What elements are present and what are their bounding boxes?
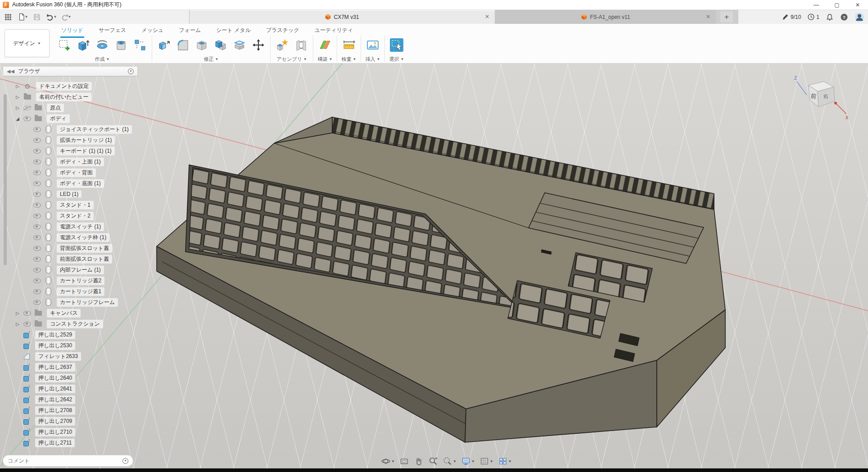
browser-row[interactable]: スタンド・2: [3, 210, 138, 221]
browser-row[interactable]: 押し出し2641: [3, 383, 138, 394]
browser-item-label[interactable]: ボディ・底面 (1): [57, 179, 104, 188]
extrude-button[interactable]: [74, 35, 93, 55]
collapse-arrow-icon[interactable]: ◢: [16, 116, 19, 121]
new-component-button[interactable]: [273, 35, 292, 55]
comment-submit-icon[interactable]: [122, 458, 128, 464]
browser-row[interactable]: フィレット2633: [3, 351, 138, 362]
visibility-on-icon[interactable]: [33, 181, 41, 186]
visibility-on-icon[interactable]: [33, 149, 41, 154]
browser-row[interactable]: ▷名前の付いたビュー: [3, 91, 138, 102]
browser-row[interactable]: 押し出し2642: [3, 394, 138, 405]
browser-item-label[interactable]: スタンド・2: [57, 212, 94, 220]
browser-item-label[interactable]: ボディ: [47, 114, 70, 123]
browser-row[interactable]: 電源スイッチ (1): [3, 221, 138, 232]
account-avatar[interactable]: [854, 12, 864, 22]
browser-row[interactable]: カートリッジ蓋2: [3, 275, 138, 286]
visibility-on-icon[interactable]: [33, 213, 41, 218]
browser-item-label[interactable]: 押し出し2641: [35, 385, 75, 393]
browser-item-label[interactable]: 背面拡張スロット蓋: [57, 244, 112, 253]
document-tab-inactive[interactable]: FS-A1_open v11 ✕: [496, 10, 716, 24]
browser-row[interactable]: 電源スイッチ枠 (1): [3, 232, 138, 243]
group-label-construct[interactable]: 構築▼: [318, 55, 333, 63]
browser-row[interactable]: 押し出し2530: [3, 340, 138, 351]
browser-item-label[interactable]: 電源スイッチ枠 (1): [57, 233, 109, 242]
app-grid-button[interactable]: [2, 11, 14, 23]
group-label-create[interactable]: 作成▼: [95, 55, 110, 63]
visibility-on-icon[interactable]: [33, 192, 41, 197]
group-label-modify[interactable]: 修正▼: [204, 55, 219, 63]
browser-row[interactable]: カートリッジ蓋1: [3, 286, 138, 297]
hole-button[interactable]: [112, 35, 131, 55]
visibility-on-icon[interactable]: [23, 311, 31, 316]
browser-row[interactable]: 押し出し2710: [3, 427, 138, 437]
browser-row[interactable]: 押し出し2709: [3, 416, 138, 427]
comment-input[interactable]: [8, 458, 122, 464]
pattern-button[interactable]: [131, 35, 149, 55]
browser-row[interactable]: 押し出し2708: [3, 405, 138, 416]
browser-item-label[interactable]: フィレット2633: [35, 352, 81, 361]
expand-arrow-icon[interactable]: ▷: [16, 311, 19, 316]
visibility-on-icon[interactable]: [33, 278, 41, 283]
browser-item-label[interactable]: 電源スイッチ (1): [57, 222, 104, 231]
browser-item-label[interactable]: ボディ・上面 (1): [57, 158, 104, 166]
browser-row[interactable]: ▷キャンバス: [3, 308, 138, 318]
visibility-on-icon[interactable]: [33, 159, 41, 164]
visibility-on-icon[interactable]: [33, 138, 41, 143]
browser-item-label[interactable]: 押し出し2640: [35, 374, 75, 382]
expand-arrow-icon[interactable]: ▷: [16, 84, 19, 89]
gridset-button[interactable]: ▼: [478, 455, 495, 467]
browser-row[interactable]: キーボード (1) (1) (1): [3, 145, 138, 156]
browser-row[interactable]: 内部フレーム (1): [3, 264, 138, 275]
job-status-button[interactable]: 1: [807, 13, 819, 21]
expand-arrow-icon[interactable]: ▷: [16, 105, 19, 110]
browser-row[interactable]: ジョイスティックポート (1): [3, 124, 138, 135]
browser-row[interactable]: ボディ・底面 (1): [3, 178, 138, 189]
browser-row[interactable]: 押し出し2640: [3, 372, 138, 383]
browser-row[interactable]: 押し出し2711: [3, 437, 138, 448]
close-button[interactable]: ✕: [847, 0, 868, 10]
view-cube[interactable]: Z 前 右 X: [789, 73, 852, 122]
browser-item-label[interactable]: 内部フレーム (1): [57, 266, 104, 274]
press-pull-button[interactable]: [154, 35, 173, 55]
group-label-insert[interactable]: 挿入▼: [366, 55, 380, 63]
visibility-off-icon[interactable]: [23, 105, 31, 110]
visibility-on-icon[interactable]: [33, 235, 41, 240]
visibility-on-icon[interactable]: [23, 116, 31, 121]
browser-item-label[interactable]: 押し出し2710: [35, 428, 75, 436]
browser-header[interactable]: ◀◀ ブラウザ: [3, 66, 138, 76]
maximize-button[interactable]: ▢: [827, 0, 847, 10]
group-label-select[interactable]: 選択▼: [389, 55, 404, 63]
browser-item-label[interactable]: 押し出し2529: [35, 331, 75, 339]
browser-item-label[interactable]: 押し出し2642: [35, 395, 75, 404]
revolve-button[interactable]: [93, 35, 112, 55]
browser-row[interactable]: ボディ・上面 (1): [3, 156, 138, 167]
visibility-on-icon[interactable]: [33, 170, 41, 175]
browser-item-label[interactable]: 押し出し2708: [35, 406, 75, 415]
browser-item-label[interactable]: 押し出し2711: [35, 439, 75, 447]
browser-row[interactable]: ▷⚙ドキュメントの設定: [3, 81, 138, 91]
collapse-panel-icon[interactable]: ◀◀: [7, 68, 14, 74]
help-button[interactable]: [840, 13, 848, 21]
undo-button[interactable]: ▼: [45, 11, 58, 23]
fillet-button[interactable]: [173, 35, 192, 55]
browser-item-label[interactable]: 名前の付いたビュー: [36, 93, 91, 101]
browser-scrollbar[interactable]: [4, 94, 7, 265]
browser-row[interactable]: ボディ・背面: [3, 167, 138, 178]
browser-row[interactable]: 押し出し2529: [3, 329, 138, 340]
browser-row[interactable]: ▷コンストラクション: [3, 318, 138, 329]
version-status-badge[interactable]: 9/10: [782, 13, 801, 21]
browser-row[interactable]: 拡張カートリッジ (1): [3, 135, 138, 145]
close-tab-icon[interactable]: ✕: [484, 14, 490, 20]
expand-arrow-icon[interactable]: ▷: [16, 322, 19, 327]
browser-item-label[interactable]: ボディ・背面: [57, 168, 96, 177]
save-button[interactable]: [31, 11, 43, 23]
visibility-on-icon[interactable]: [33, 246, 41, 251]
offset-face-button[interactable]: [230, 35, 249, 55]
display-button[interactable]: ▼: [460, 455, 476, 467]
group-label-inspect[interactable]: 検査▼: [342, 55, 357, 63]
comment-box[interactable]: [3, 455, 133, 467]
browser-item-label[interactable]: 前面拡張スロット蓋: [57, 255, 112, 263]
browser-row[interactable]: ▷原点: [3, 102, 138, 113]
minimize-button[interactable]: —: [806, 0, 827, 10]
browser-item-label[interactable]: ドキュメントの設定: [36, 82, 92, 91]
